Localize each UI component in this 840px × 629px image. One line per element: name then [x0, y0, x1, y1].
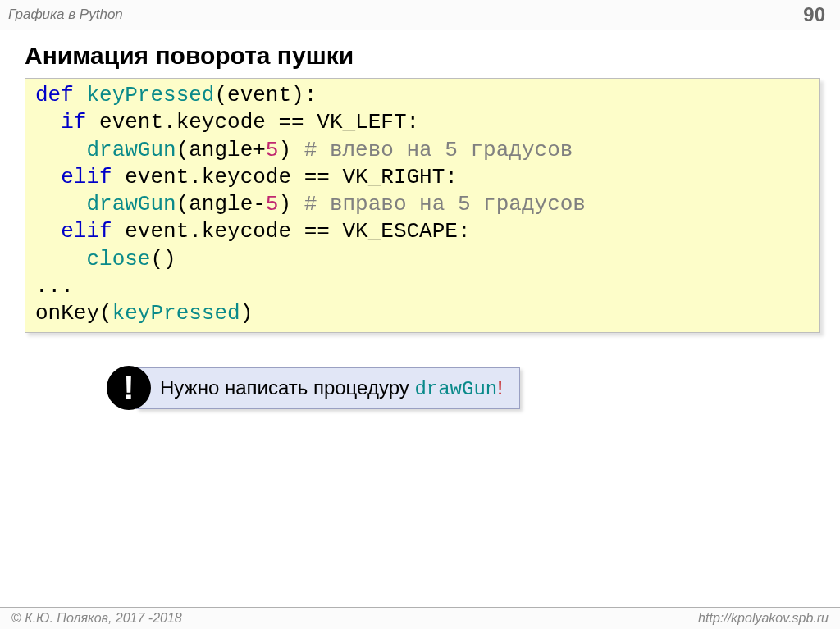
- indent: [35, 192, 86, 217]
- fn-drawgun: drawGun: [86, 192, 176, 217]
- indent: [35, 165, 61, 189]
- page-title: Анимация поворота пушки: [0, 30, 840, 78]
- fn-keypressed: keyPressed: [86, 83, 214, 107]
- page-number: 90: [803, 3, 825, 26]
- code-text: onKey(: [35, 301, 112, 326]
- callout-body: Нужно написать процедуру drawGun!: [136, 367, 520, 409]
- num-5: 5: [266, 138, 279, 162]
- copyright-icon: ©: [11, 611, 25, 625]
- kw-elif: elif: [61, 219, 112, 244]
- code-text: ): [278, 138, 304, 162]
- code-text: ): [278, 192, 304, 217]
- indent: [35, 247, 86, 271]
- callout-excl: !: [497, 376, 503, 399]
- fn-drawgun: drawGun: [86, 138, 176, 162]
- indent: [35, 219, 61, 244]
- code-text: ...: [35, 274, 74, 299]
- code-text: event.keycode == VK_LEFT:: [86, 110, 419, 134]
- footer-bar: © К.Ю. Поляков, 2017 -2018 http://kpolya…: [0, 607, 840, 629]
- callout-fn: drawGun: [414, 378, 497, 400]
- indent: [35, 138, 86, 162]
- header-bar: Графика в Python 90: [0, 0, 840, 30]
- code-text: ): [240, 301, 253, 326]
- kw-if: if: [61, 110, 86, 134]
- indent: [35, 110, 61, 134]
- code-text: event.keycode == VK_ESCAPE:: [112, 219, 471, 244]
- kw-def: def: [35, 83, 86, 107]
- code-block: def keyPressed(event): if event.keycode …: [25, 78, 820, 333]
- comment: # влево на 5 градусов: [304, 138, 573, 162]
- header-left: Графика в Python: [8, 7, 123, 23]
- callout-text: Нужно написать процедуру: [160, 376, 414, 399]
- code-text: (): [150, 247, 176, 271]
- code-text: (angle-: [176, 192, 266, 217]
- exclamation-icon: !: [107, 366, 151, 410]
- author: К.Ю. Поляков, 2017 -2018: [25, 611, 182, 625]
- fn-close: close: [86, 247, 150, 271]
- num-5: 5: [266, 192, 279, 217]
- footer-url: http://kpolyakov.spb.ru: [698, 611, 829, 626]
- comment: # вправо на 5 градусов: [304, 192, 586, 217]
- callout: ! Нужно написать процедуру drawGun!: [107, 366, 840, 410]
- code-text: (event):: [214, 83, 317, 107]
- code-text: (angle+: [176, 138, 266, 162]
- fn-keypressed: keyPressed: [112, 301, 240, 326]
- footer-left: © К.Ю. Поляков, 2017 -2018: [11, 611, 182, 626]
- kw-elif: elif: [61, 165, 112, 189]
- code-text: event.keycode == VK_RIGHT:: [112, 165, 458, 189]
